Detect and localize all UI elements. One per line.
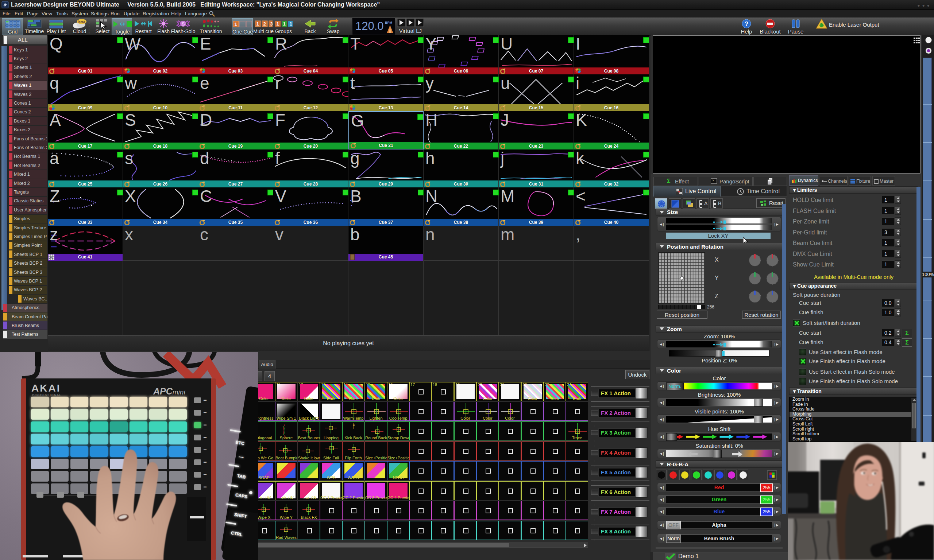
svg-text:?: ? [744,20,748,27]
svg-text:1: 1 [276,21,279,27]
svg-text:1: 1 [234,22,237,27]
svg-text:S: S [182,21,185,27]
svg-text:1: 1 [256,21,259,27]
svg-text:3: 3 [270,21,273,27]
svg-text:2: 2 [263,21,266,27]
svg-text:beta: beta [79,20,86,24]
svg-text:1: 1 [289,21,292,27]
svg-text:1: 1 [283,21,285,27]
